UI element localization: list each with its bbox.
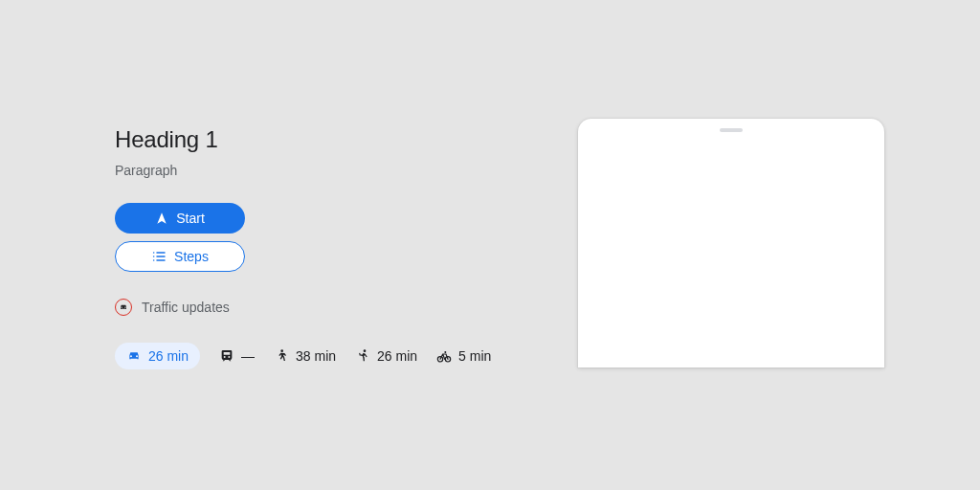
car-icon bbox=[126, 348, 142, 364]
svg-point-5 bbox=[153, 259, 155, 261]
mode-transit[interactable]: — bbox=[219, 348, 255, 364]
page-title: Heading 1 bbox=[115, 126, 517, 153]
no-car-icon bbox=[115, 299, 132, 316]
mode-walk-time: 38 min bbox=[296, 348, 336, 364]
rideshare-icon bbox=[355, 348, 370, 364]
mode-ride[interactable]: 26 min bbox=[355, 348, 417, 364]
traffic-updates-label: Traffic updates bbox=[142, 300, 230, 315]
drag-handle[interactable] bbox=[720, 128, 743, 132]
svg-point-4 bbox=[153, 256, 155, 257]
mode-drive[interactable]: 26 min bbox=[115, 343, 200, 369]
route-info-panel: Heading 1 Paragraph Start Steps Traffic … bbox=[115, 126, 517, 369]
steps-button[interactable]: Steps bbox=[115, 241, 245, 272]
mode-drive-time: 26 min bbox=[148, 348, 189, 364]
mode-ride-time: 26 min bbox=[377, 348, 417, 364]
mode-bike-time: 5 min bbox=[458, 348, 491, 364]
navigate-icon bbox=[155, 212, 168, 225]
svg-point-3 bbox=[153, 252, 155, 254]
start-button[interactable]: Start bbox=[115, 203, 245, 234]
mode-walk[interactable]: 38 min bbox=[274, 348, 336, 364]
page-subtext: Paragraph bbox=[115, 163, 517, 178]
travel-modes-row: 26 min — 38 min 26 min 5 min bbox=[115, 343, 517, 369]
walk-icon bbox=[274, 348, 289, 364]
train-icon bbox=[219, 348, 234, 364]
start-button-label: Start bbox=[176, 211, 205, 226]
mode-transit-time: — bbox=[241, 348, 255, 364]
traffic-updates-row[interactable]: Traffic updates bbox=[115, 299, 517, 316]
svg-point-7 bbox=[364, 349, 367, 352]
svg-point-10 bbox=[444, 351, 446, 353]
bottom-sheet[interactable] bbox=[578, 119, 884, 368]
mode-bike[interactable]: 5 min bbox=[436, 348, 491, 364]
svg-point-6 bbox=[280, 349, 283, 352]
list-icon bbox=[151, 249, 167, 264]
steps-button-label: Steps bbox=[174, 249, 209, 264]
bike-icon bbox=[436, 348, 452, 364]
